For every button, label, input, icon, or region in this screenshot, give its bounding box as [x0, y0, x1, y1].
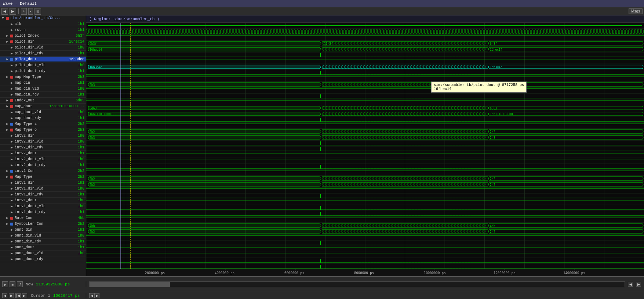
expand-icon[interactable] — [5, 81, 10, 85]
expand-icon[interactable] — [5, 163, 10, 167]
signal-row[interactable]: ▼sim:/scrambler_tb/Gr... — [0, 15, 86, 21]
nav-next-btn[interactable]: ▶ — [9, 293, 14, 298]
signal-row[interactable]: intv1_dout1h0 — [0, 198, 86, 203]
expand-icon[interactable] — [5, 198, 10, 203]
signal-row[interactable]: map_din_rdy1h1 — [0, 92, 86, 98]
waveform-area[interactable]: sim:/scrambler_tb/pilot_dout @ 8717258 p… — [86, 23, 644, 276]
wave-canvas[interactable] — [86, 23, 644, 276]
toolbar-btn-zoom-in[interactable]: + — [21, 8, 27, 15]
toolbar-btn-back[interactable]: ◀ — [1, 8, 8, 15]
expand-icon[interactable] — [5, 63, 10, 68]
toolbar-btn-forward[interactable]: ▶ — [10, 8, 16, 15]
signal-row[interactable]: intv1_din1h1 — [0, 180, 86, 186]
signal-row[interactable]: punt_din_rdy1h1 — [0, 239, 86, 245]
expand-icon[interactable]: ▶ — [5, 222, 10, 226]
toolbar-btn-zoom-fit[interactable]: ⊞ — [34, 8, 41, 15]
signal-row[interactable]: intv1_dout_rdy1h1 — [0, 209, 86, 215]
signal-row[interactable]: intv1_din_vld1h0 — [0, 186, 86, 192]
signal-row[interactable]: map_dout_rdy1h1 — [0, 115, 86, 121]
timeline-nav-right[interactable]: ▶ — [94, 293, 99, 298]
signal-row[interactable]: intv2_dout1h1 — [0, 151, 86, 156]
signal-row[interactable]: pilot_din_vld1h0 — [0, 45, 86, 51]
signal-row[interactable]: ▶map_dout16b1110110000... — [0, 104, 86, 109]
signal-row[interactable]: pilot_dout_vld1h0 — [0, 62, 86, 68]
signal-row[interactable]: intv1_din_rdy1h1 — [0, 192, 86, 198]
signal-row[interactable]: pilot_dout_rdy1h1 — [0, 68, 86, 74]
expand-icon[interactable] — [5, 93, 10, 97]
expand-icon[interactable] — [5, 245, 10, 250]
expand-icon[interactable]: ▶ — [5, 40, 10, 44]
expand-icon[interactable] — [5, 187, 10, 191]
expand-icon[interactable] — [5, 140, 10, 144]
expand-icon[interactable]: ▶ — [5, 128, 10, 132]
signal-row[interactable]: ▶Index_Out6d63 — [0, 98, 86, 104]
status-play-btn[interactable]: ▶ — [2, 281, 8, 287]
nav-end-btn[interactable]: ▶| — [22, 293, 27, 298]
expand-icon[interactable] — [5, 181, 10, 185]
expand-icon[interactable] — [5, 151, 10, 156]
expand-icon[interactable] — [5, 134, 10, 138]
signal-row[interactable]: punt_din1h1 — [0, 227, 86, 233]
expand-icon[interactable] — [5, 234, 10, 238]
signal-row[interactable]: ▶SymbolLen_Con2h2 — [0, 221, 86, 227]
expand-icon[interactable] — [5, 110, 10, 115]
signal-row[interactable]: ▶Map_Type_o2h3 — [0, 127, 86, 133]
expand-icon[interactable]: ▶ — [5, 57, 10, 62]
signal-row[interactable]: ▶intv1_Con2h2 — [0, 168, 86, 174]
signal-row[interactable]: rst_n1h1 — [0, 27, 86, 33]
expand-icon[interactable] — [5, 22, 10, 26]
signal-row[interactable]: map_dout_vld1h0 — [0, 109, 86, 115]
nav-start-btn[interactable]: |◀ — [15, 293, 21, 298]
scroll-right-btn[interactable]: ▶ — [636, 282, 641, 287]
expand-icon[interactable]: ▶ — [5, 216, 10, 220]
signal-row[interactable]: ▶pilot_din16hec14 — [0, 39, 86, 45]
expand-icon[interactable] — [5, 51, 10, 56]
expand-icon[interactable]: ▶ — [5, 122, 10, 126]
signal-row[interactable]: punt_dout1h1 — [0, 245, 86, 251]
expand-icon[interactable] — [5, 204, 10, 209]
expand-icon[interactable]: ▼ — [1, 16, 5, 21]
expand-icon[interactable]: ▶ — [5, 175, 10, 179]
scroll-left-btn[interactable]: ◀ — [628, 282, 633, 287]
signal-row[interactable]: ▶Map_Type2h2 — [0, 174, 86, 180]
signal-row[interactable]: ▶pilot_dout16h3dec — [0, 57, 86, 62]
expand-icon[interactable] — [5, 210, 10, 215]
signal-row[interactable]: punt_dout_rdy — [0, 256, 86, 262]
signal-row[interactable]: ▶map_Map_Type2h3 — [0, 74, 86, 80]
expand-icon[interactable] — [5, 87, 10, 91]
expand-icon[interactable]: ▶ — [5, 34, 10, 38]
signal-row[interactable]: map_din_vld1h0 — [0, 86, 86, 92]
expand-icon[interactable] — [5, 257, 10, 262]
expand-icon[interactable] — [5, 157, 10, 162]
timeline-nav-left[interactable]: ◀ — [89, 293, 94, 298]
msgs-button[interactable]: Msgs — [629, 8, 643, 14]
expand-icon[interactable] — [5, 116, 10, 120]
expand-icon[interactable] — [5, 251, 10, 256]
status-restart-btn[interactable]: ↺ — [17, 281, 23, 287]
expand-icon[interactable]: ▶ — [5, 169, 10, 173]
expand-icon[interactable]: ▶ — [5, 98, 10, 103]
signal-row[interactable]: punt_din_vld1h0 — [0, 233, 86, 239]
signal-row[interactable]: pilot_din_rdy1h1 — [0, 51, 86, 57]
signal-row[interactable]: clk1h1 — [0, 21, 86, 27]
expand-icon[interactable] — [5, 145, 10, 150]
signal-row[interactable]: ▶Rate_Con4hb — [0, 215, 86, 221]
signal-row[interactable]: intv2_dout_rdy1h1 — [0, 162, 86, 168]
expand-icon[interactable] — [5, 192, 10, 197]
signal-row[interactable]: intv2_din_vld1h0 — [0, 139, 86, 145]
status-stop-btn[interactable]: ■ — [10, 281, 15, 287]
signal-row[interactable]: intv1_dout_vld1h0 — [0, 203, 86, 209]
expand-icon[interactable] — [5, 28, 10, 32]
toolbar-btn-zoom-out[interactable]: - — [28, 8, 33, 15]
expand-icon[interactable] — [5, 46, 10, 50]
signal-row[interactable]: ▶Map_Type_i2h2 — [0, 121, 86, 127]
expand-icon[interactable]: ▶ — [5, 75, 10, 79]
expand-icon[interactable] — [5, 228, 10, 232]
signal-row[interactable]: punt_dout_vld1h0 — [0, 251, 86, 256]
expand-icon[interactable] — [5, 239, 10, 244]
signal-row[interactable]: intv2_dout_vld1h0 — [0, 156, 86, 162]
signal-list[interactable]: ▼sim:/scrambler_tb/Gr...clk1h1rst_n1h1▶p… — [0, 15, 86, 276]
signal-row[interactable]: intv2_din1h0 — [0, 133, 86, 139]
signal-row[interactable]: intv2_din_rdy1h1 — [0, 145, 86, 151]
expand-icon[interactable] — [5, 69, 10, 73]
